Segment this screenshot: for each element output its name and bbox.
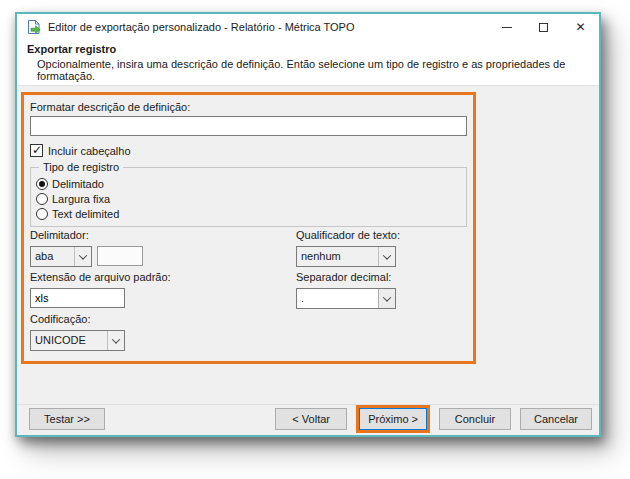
radio-delimitado-label: Delimitado bbox=[52, 178, 104, 190]
record-type-legend: Tipo de registro bbox=[39, 161, 123, 173]
chevron-down-icon[interactable] bbox=[378, 247, 395, 266]
close-icon: ✕ bbox=[575, 20, 585, 34]
next-button-highlight: Próximo > bbox=[356, 405, 430, 433]
right-column: Qualificador de texto: nenhum Separador … bbox=[296, 229, 467, 355]
format-options-grid: Delimitador: aba Extensão de arquivo pad… bbox=[30, 229, 467, 355]
chevron-down-icon[interactable] bbox=[74, 247, 91, 266]
annotation-highlight-box: Formatar descrição de definição: Incluir… bbox=[21, 92, 476, 364]
decimal-separator-select[interactable]: . bbox=[296, 288, 396, 309]
next-button[interactable]: Próximo > bbox=[359, 408, 427, 430]
encoding-label: Codificação: bbox=[30, 313, 91, 325]
radio-largura-fixa[interactable] bbox=[36, 193, 48, 205]
text-qualifier-label: Qualificador de texto: bbox=[296, 229, 400, 241]
cancel-button[interactable]: Cancelar bbox=[520, 408, 592, 430]
wizard-header: Exportar registro Opcionalmente, insira … bbox=[17, 40, 599, 86]
window-title: Editor de exportação personalizado - Rel… bbox=[48, 21, 355, 33]
dialog-window: Editor de exportação personalizado - Rel… bbox=[15, 12, 601, 437]
decimal-separator-label: Separador decimal: bbox=[296, 271, 391, 283]
format-description-label: Formatar descrição de definição: bbox=[30, 101, 467, 113]
test-button[interactable]: Testar >> bbox=[29, 408, 105, 430]
page-description: Opcionalmente, insira uma descrição de d… bbox=[27, 58, 587, 82]
content-area: Formatar descrição de definição: Incluir… bbox=[17, 86, 599, 404]
minimize-button[interactable] bbox=[488, 14, 525, 40]
include-header-label: Incluir cabeçalho bbox=[48, 145, 131, 157]
maximize-icon bbox=[539, 23, 548, 32]
radio-text-delimited-label: Text delimited bbox=[52, 208, 119, 220]
chevron-down-icon[interactable] bbox=[107, 331, 124, 350]
delimiter-label: Delimitador: bbox=[30, 229, 89, 241]
radio-option-delimitado[interactable]: Delimitado bbox=[36, 176, 458, 191]
finish-button[interactable]: Concluir bbox=[439, 408, 511, 430]
delimiter-select[interactable]: aba bbox=[30, 246, 92, 267]
delimiter-value: aba bbox=[31, 247, 74, 266]
decimal-separator-value: . bbox=[297, 289, 378, 308]
default-extension-label: Extensão de arquivo padrão: bbox=[30, 271, 171, 283]
include-header-checkbox[interactable] bbox=[30, 144, 43, 157]
close-button[interactable]: ✕ bbox=[562, 14, 599, 40]
delimiter-custom-input[interactable] bbox=[97, 246, 143, 266]
back-button[interactable]: < Voltar bbox=[275, 408, 347, 430]
titlebar[interactable]: Editor de exportação personalizado - Rel… bbox=[17, 14, 599, 40]
maximize-button[interactable] bbox=[525, 14, 562, 40]
left-column: Delimitador: aba Extensão de arquivo pad… bbox=[30, 229, 296, 355]
format-description-input[interactable] bbox=[30, 116, 467, 136]
radio-option-largura-fixa[interactable]: Largura fixa bbox=[36, 191, 458, 206]
text-qualifier-select[interactable]: nenhum bbox=[296, 246, 396, 267]
radio-text-delimited[interactable] bbox=[36, 208, 48, 220]
radio-option-text-delimited[interactable]: Text delimited bbox=[36, 206, 458, 221]
encoding-value: UNICODE bbox=[31, 331, 107, 350]
export-report-icon bbox=[26, 19, 42, 35]
minimize-icon bbox=[502, 27, 512, 28]
page-title: Exportar registro bbox=[27, 43, 587, 55]
button-bar: Testar >> < Voltar Próximo > Concluir Ca… bbox=[17, 404, 599, 435]
text-qualifier-value: nenhum bbox=[297, 247, 378, 266]
record-type-groupbox: Tipo de registro Delimitado Largura fixa… bbox=[30, 167, 467, 227]
include-header-row[interactable]: Incluir cabeçalho bbox=[30, 144, 467, 157]
chevron-down-icon[interactable] bbox=[378, 289, 395, 308]
radio-largura-fixa-label: Largura fixa bbox=[52, 193, 110, 205]
wizard-buttons: < Voltar Próximo > Concluir Cancelar bbox=[275, 405, 592, 433]
encoding-select[interactable]: UNICODE bbox=[30, 330, 125, 351]
window-controls: ✕ bbox=[488, 14, 599, 40]
default-extension-input[interactable] bbox=[30, 288, 125, 308]
radio-delimitado[interactable] bbox=[36, 178, 48, 190]
